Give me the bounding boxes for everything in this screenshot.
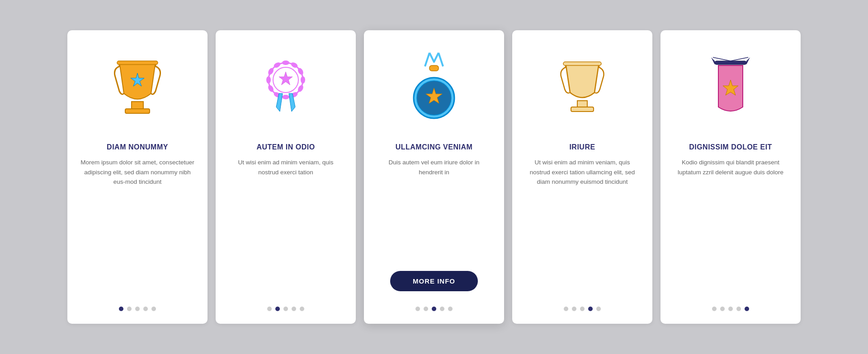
svg-marker-31 [711,57,715,65]
more-info-button[interactable]: MORE INFO [390,271,478,291]
card-1-title: DIAM NONUMMY [107,143,168,151]
card-1-text: Morem ipsum dolor sit amet, consectetuer… [80,158,195,291]
svg-rect-29 [563,62,601,65]
dot [292,307,296,311]
card-2: AUTEM IN ODIO Ut wisi enim ad minim veni… [216,30,356,324]
dot [580,307,585,311]
svg-rect-30 [715,61,746,65]
dot [415,307,420,311]
trophy-star-icon [101,44,174,134]
trophy-outline-icon [546,44,618,134]
svg-rect-23 [429,65,439,71]
card-3-title: ULLAMCING VENIAM [396,143,473,151]
card-5-dots [712,302,749,311]
dot [151,307,156,311]
card-3-text: Duis autem vel eum iriure dolor in hendr… [377,158,491,260]
svg-line-34 [713,57,731,61]
card-4-text: Ut wisi enim ad minim veniam, quis nostr… [525,158,640,291]
svg-rect-1 [125,109,150,113]
dot [283,307,288,311]
dot [448,307,453,311]
card-3-dots [415,302,453,311]
dot [564,307,568,311]
card-1: DIAM NONUMMY Morem ipsum dolor sit amet,… [67,30,208,324]
dot [127,307,132,311]
dot [720,307,725,311]
card-4-dots [564,302,601,311]
pennant-icon [694,44,767,134]
svg-rect-28 [571,107,594,112]
svg-rect-3 [117,61,158,65]
badge-ribbon-icon [250,44,322,134]
svg-point-14 [266,76,271,84]
card-5-title: DIGNISSIM DOLOE EIT [689,143,772,151]
dot [119,307,123,311]
card-2-title: AUTEM IN ODIO [256,143,315,151]
dot [275,307,280,311]
card-3: ULLAMCING VENIAM Duis autem vel eum iriu… [364,30,504,324]
svg-line-22 [439,53,443,66]
dot [572,307,576,311]
card-2-dots [267,302,304,311]
dot [432,307,436,311]
svg-line-35 [731,57,748,61]
dot [300,307,304,311]
svg-point-11 [282,95,289,99]
dot [596,307,601,311]
dot [745,307,749,311]
medal-icon [398,44,470,134]
card-1-dots [119,302,156,311]
svg-point-8 [301,76,305,84]
dot [135,307,140,311]
dot [440,307,444,311]
card-4: IRIURE Ut wisi enim ad minim veniam, qui… [512,30,652,324]
dot [143,307,148,311]
dot [267,307,272,311]
dot [424,307,428,311]
dot [728,307,733,311]
dot [712,307,717,311]
card-5-text: Kodio dignissim qui blandit praesent lup… [673,158,788,291]
svg-line-21 [425,53,429,66]
card-2-text: Ut wisi enim ad minim veniam, quis nostr… [228,158,343,291]
svg-point-5 [282,61,289,65]
cards-container: DIAM NONUMMY Morem ipsum dolor sit amet,… [40,12,828,342]
card-4-title: IRIURE [569,143,595,151]
dot [588,307,593,311]
svg-marker-32 [746,57,750,65]
card-5: DIGNISSIM DOLOE EIT Kodio dignissim qui … [660,30,801,324]
dot [736,307,741,311]
